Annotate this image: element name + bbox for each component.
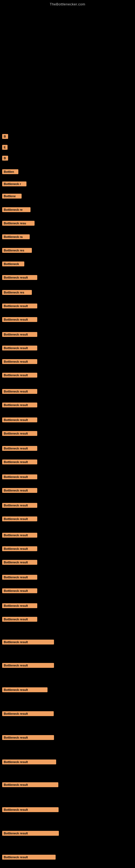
bottleneck-bar-7: Bottleneck re [1,206,31,213]
bottleneck-bar-23: Bottleneck result [1,430,37,437]
bottleneck-bar-38: Bottleneck result [1,662,54,669]
bottleneck-bar-21: Bottleneck result [1,401,37,408]
bottleneck-bar-4: Bottlen [1,168,18,175]
bottleneck-bar-34: Bottleneck result [1,587,37,594]
bottleneck-bar-28: Bottleneck result [1,502,37,509]
bottleneck-bar-35: Bottleneck result [1,602,37,609]
bottleneck-bar-15: Bottleneck result [1,316,37,323]
bottleneck-bar-19: Bottleneck result [1,372,37,379]
bottleneck-bar-10: Bottleneck res [1,247,32,254]
bottleneck-bar-29: Bottleneck result [1,516,37,522]
bottleneck-bar-45: Bottleneck result [1,830,59,837]
bottleneck-bar-9: Bottleneck ra [1,233,30,240]
bottleneck-bar-11: Bottleneck [1,260,24,268]
bottleneck-bar-33: Bottleneck result [1,574,37,581]
bottleneck-bar-25: Bottleneck result [1,458,37,465]
bottleneck-bar-3: B [1,155,8,162]
bottleneck-bar-17: Bottleneck result [1,344,37,351]
bottleneck-bar-44: Bottleneck result [1,806,58,813]
bottleneck-bar-30: Bottleneck result [1,532,37,539]
bottleneck-bar-37: Bottleneck result [1,639,54,646]
bottleneck-bar-39: Bottleneck result [1,686,48,693]
bottleneck-bar-40: Bottleneck result [1,710,54,717]
bottleneck-bar-13: Bottleneck res [1,289,32,296]
bottleneck-bar-16: Bottleneck result [1,331,37,338]
bottleneck-bar-24: Bottleneck result [1,445,37,452]
bottleneck-bar-42: Bottleneck result [1,758,56,766]
bottleneck-bar-43: Bottleneck result [1,781,58,788]
bottleneck-bar-20: Bottleneck result [1,388,37,395]
bottleneck-bar-14: Bottleneck result [1,303,37,310]
bottleneck-bar-41: Bottleneck result [1,734,54,741]
bottleneck-bar-18: Bottleneck result [1,358,37,365]
bottleneck-bar-5: Bottleneck r [1,180,27,187]
bottleneck-bar-6: Bottlene [1,193,21,199]
bottleneck-bar-46: Bottleneck result [1,854,56,861]
bottleneck-bar-12: Bottleneck result [1,274,37,281]
bottleneck-bar-2: E [1,144,8,151]
bottleneck-bar-31: Bottleneck result [1,545,37,552]
bottleneck-bar-26: Bottleneck result [1,473,37,480]
bottleneck-bar-27: Bottleneck result [1,487,37,494]
bottleneck-bar-22: Bottleneck result [1,416,37,424]
bottleneck-bar-32: Bottleneck result [1,559,37,566]
bottleneck-bar-36: Bottleneck result [1,616,37,623]
bottleneck-bar-8: Bottleneck resu [1,220,35,227]
site-title: TheBottlenecker.com [0,0,135,6]
bottleneck-bar-1: B [1,133,8,140]
